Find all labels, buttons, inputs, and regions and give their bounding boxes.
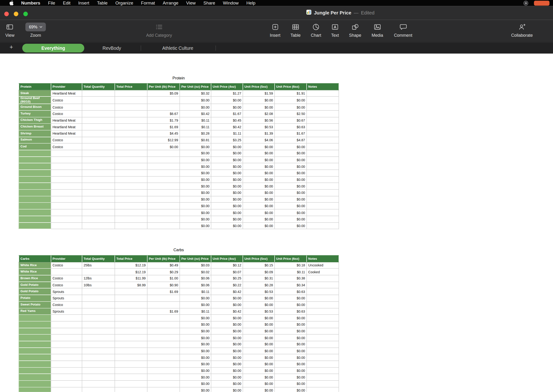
cell[interactable]: $0.00 xyxy=(275,374,307,381)
row-header-cell[interactable]: Potato xyxy=(19,295,51,301)
cell[interactable] xyxy=(82,354,115,361)
menu-insert[interactable]: Insert xyxy=(74,0,93,6)
cell[interactable]: $0.00 xyxy=(243,374,275,381)
cell[interactable] xyxy=(147,216,180,223)
row-header-cell[interactable] xyxy=(19,163,51,170)
cell[interactable]: Costco xyxy=(51,262,82,268)
cell[interactable]: $0.00 xyxy=(275,176,307,183)
cell[interactable] xyxy=(51,163,82,170)
cell[interactable] xyxy=(51,150,82,157)
cell[interactable]: $0.02 xyxy=(180,268,211,275)
cell[interactable]: $1.69 xyxy=(147,288,180,295)
row-header-cell[interactable] xyxy=(19,203,51,209)
cell[interactable]: $0.00 xyxy=(211,157,243,163)
menu-window[interactable]: Window xyxy=(219,0,243,6)
cell[interactable] xyxy=(115,97,147,104)
cell[interactable] xyxy=(307,367,339,374)
cell[interactable] xyxy=(147,104,180,111)
cell[interactable]: $0.00 xyxy=(211,222,243,229)
cell[interactable] xyxy=(115,295,147,301)
cell[interactable]: $0.00 xyxy=(243,189,275,196)
cell[interactable]: Costco xyxy=(51,104,82,111)
cell[interactable]: $0.00 xyxy=(211,374,243,381)
cell[interactable] xyxy=(307,189,339,196)
cell[interactable]: $0.00 xyxy=(243,203,275,209)
minimize-button[interactable] xyxy=(14,12,18,16)
cell[interactable] xyxy=(115,288,147,295)
cell[interactable]: $0.00 xyxy=(211,354,243,361)
cell[interactable]: $0.00 xyxy=(180,341,211,348)
cell[interactable]: $0.00 xyxy=(243,222,275,229)
cell[interactable]: $0.00 xyxy=(243,143,275,150)
cell[interactable] xyxy=(115,328,147,334)
cell[interactable] xyxy=(147,315,180,321)
cell[interactable]: $0.00 xyxy=(211,334,243,341)
cell[interactable]: $0.00 xyxy=(243,157,275,163)
cell[interactable] xyxy=(307,209,339,216)
cell[interactable]: $0.00 xyxy=(180,150,211,157)
cell[interactable] xyxy=(82,130,115,137)
cell[interactable] xyxy=(51,196,82,203)
cell[interactable]: $0.00 xyxy=(243,163,275,170)
cell[interactable] xyxy=(307,387,339,392)
column-header[interactable]: Unit Price (6oz) xyxy=(275,255,307,262)
cell[interactable] xyxy=(147,170,180,176)
cell[interactable]: $0.63 xyxy=(275,288,307,295)
cell[interactable]: $0.00 xyxy=(180,328,211,334)
cell[interactable] xyxy=(51,321,82,328)
column-header[interactable]: Per Unit (oz) Price xyxy=(180,84,211,90)
cell[interactable]: $0.00 xyxy=(275,381,307,387)
cell[interactable] xyxy=(115,361,147,367)
cell[interactable] xyxy=(115,334,147,341)
cell[interactable]: $0.00 xyxy=(275,97,307,104)
cell[interactable] xyxy=(115,143,147,150)
column-header[interactable]: Total Quantity xyxy=(82,255,115,262)
cell[interactable]: $1.11 xyxy=(211,130,243,137)
cell[interactable] xyxy=(82,288,115,295)
cell[interactable]: $0.00 xyxy=(211,209,243,216)
cell[interactable] xyxy=(147,203,180,209)
cell[interactable]: $0.00 xyxy=(243,354,275,361)
cell[interactable] xyxy=(51,183,82,189)
row-header-cell[interactable] xyxy=(19,216,51,223)
cell[interactable]: $3.25 xyxy=(211,137,243,143)
cell[interactable] xyxy=(51,222,82,229)
cell[interactable]: $0.00 xyxy=(275,348,307,354)
cell[interactable] xyxy=(115,301,147,308)
cell[interactable] xyxy=(307,222,339,229)
row-header-cell[interactable] xyxy=(19,361,51,367)
cell[interactable] xyxy=(147,321,180,328)
cell[interactable]: $0.00 xyxy=(211,203,243,209)
column-header[interactable]: Unit Price (4oz) xyxy=(211,255,243,262)
insert-button[interactable]: Insert xyxy=(270,22,281,38)
row-header-cell[interactable] xyxy=(19,328,51,334)
cell[interactable] xyxy=(115,321,147,328)
cell[interactable] xyxy=(82,387,115,392)
cell[interactable]: 10lbs xyxy=(82,282,115,288)
cell[interactable] xyxy=(82,209,115,216)
cell[interactable]: $0.28 xyxy=(243,282,275,288)
cell[interactable] xyxy=(82,367,115,374)
cell[interactable]: $0.00 xyxy=(211,328,243,334)
cell[interactable] xyxy=(115,308,147,315)
cell[interactable]: $2.50 xyxy=(275,111,307,117)
cell[interactable] xyxy=(147,97,180,104)
cell[interactable]: $0.00 xyxy=(275,387,307,392)
cell[interactable]: $0.11 xyxy=(180,124,211,130)
cell[interactable] xyxy=(115,170,147,176)
cell[interactable]: $0.00 xyxy=(275,328,307,334)
cell[interactable]: $0.00 xyxy=(243,341,275,348)
cell[interactable] xyxy=(82,301,115,308)
cell[interactable]: $0.00 xyxy=(275,143,307,150)
tab-revbody[interactable]: RevBody xyxy=(102,46,121,51)
cell[interactable] xyxy=(51,374,82,381)
row-header-cell[interactable]: Sweet Potato xyxy=(19,301,51,308)
cell[interactable]: $0.31 xyxy=(243,275,275,282)
row-header-cell[interactable] xyxy=(19,334,51,341)
cell[interactable]: $0.06 xyxy=(180,275,211,282)
cell[interactable]: $1.69 xyxy=(147,308,180,315)
cell[interactable] xyxy=(147,222,180,229)
cell[interactable] xyxy=(115,354,147,361)
chart-button[interactable]: Chart xyxy=(311,22,321,38)
row-header-cell[interactable]: Salmon xyxy=(19,137,51,143)
